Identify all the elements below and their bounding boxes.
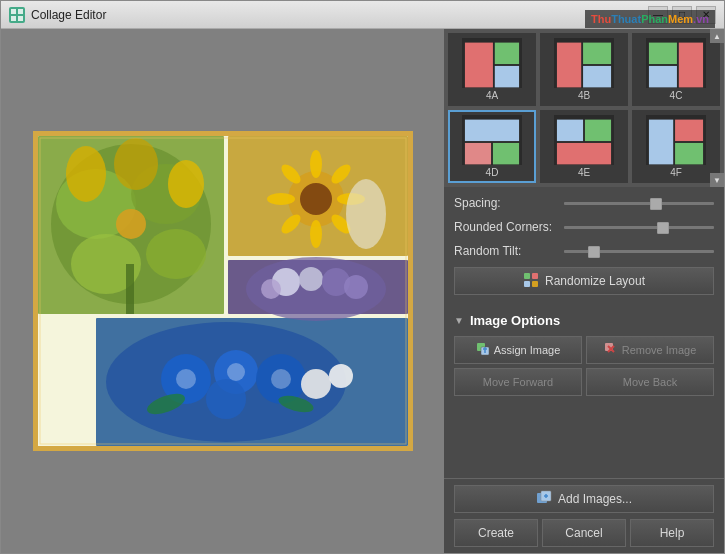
svg-point-16 xyxy=(66,146,106,202)
gallery-scroll-up[interactable]: ▲ xyxy=(710,29,724,43)
svg-rect-1 xyxy=(18,9,23,14)
rounded-corners-track xyxy=(564,226,714,229)
spacing-slider[interactable] xyxy=(564,195,714,211)
rounded-corners-slider[interactable] xyxy=(564,219,714,235)
random-tilt-row: Random Tilt: xyxy=(454,243,714,259)
svg-rect-19 xyxy=(126,264,134,314)
svg-point-41 xyxy=(206,379,246,419)
close-button[interactable]: ✕ xyxy=(696,6,716,24)
svg-rect-0 xyxy=(11,9,16,14)
svg-point-43 xyxy=(227,363,245,381)
window-controls: — □ ✕ xyxy=(648,6,716,24)
rounded-corners-thumb[interactable] xyxy=(657,222,669,234)
layout-thumb-4a[interactable]: 4A xyxy=(448,33,536,106)
layout-thumb-4b[interactable]: 4B xyxy=(540,33,628,106)
move-forward-button[interactable]: Move Forward xyxy=(454,368,582,396)
randomize-icon xyxy=(523,272,539,291)
rounded-corners-label: Rounded Corners: xyxy=(454,220,564,234)
help-button[interactable]: Help xyxy=(630,519,714,547)
svg-rect-57 xyxy=(649,43,677,64)
image-option-buttons: Assign Image Remove Image xyxy=(454,336,714,396)
section-toggle-icon[interactable]: ▼ xyxy=(454,315,464,326)
svg-point-18 xyxy=(168,160,204,208)
svg-point-44 xyxy=(271,369,291,389)
svg-point-21 xyxy=(300,183,332,215)
sliders-section: Spacing: Rounded Corners: xyxy=(444,187,724,307)
spacing-thumb[interactable] xyxy=(650,198,662,210)
move-forward-label: Move Forward xyxy=(483,376,553,388)
layout-thumb-4f[interactable]: 4F xyxy=(632,110,720,183)
bottom-section: Add Images... Create Cancel Help xyxy=(444,478,724,553)
image-options-section: ▼ Image Options xyxy=(444,307,724,478)
svg-point-24 xyxy=(267,193,295,205)
svg-point-36 xyxy=(261,279,281,299)
right-panel: ThuThuatPhanMem.vn 4A xyxy=(444,29,724,553)
svg-point-22 xyxy=(310,150,322,178)
layout-label-4f: 4F xyxy=(670,167,682,178)
svg-rect-61 xyxy=(465,143,491,164)
move-back-button[interactable]: Move Back xyxy=(586,368,714,396)
remove-image-button[interactable]: Remove Image xyxy=(586,336,714,364)
gallery-scroll-down[interactable]: ▼ xyxy=(710,173,724,187)
svg-rect-52 xyxy=(495,43,519,64)
random-tilt-label: Random Tilt: xyxy=(454,244,564,258)
svg-rect-69 xyxy=(524,273,530,279)
svg-rect-62 xyxy=(493,143,519,164)
svg-rect-58 xyxy=(649,66,677,87)
window-title: Collage Editor xyxy=(31,8,648,22)
layout-label-4b: 4B xyxy=(578,90,590,101)
layout-thumb-4d[interactable]: 4D xyxy=(448,110,536,183)
assign-image-button[interactable]: Assign Image xyxy=(454,336,582,364)
svg-point-17 xyxy=(114,138,158,190)
svg-rect-53 xyxy=(495,66,519,87)
spacing-row: Spacing: xyxy=(454,195,714,211)
svg-rect-72 xyxy=(532,281,538,287)
move-back-label: Move Back xyxy=(623,376,677,388)
image-options-header: ▼ Image Options xyxy=(454,313,714,328)
svg-point-23 xyxy=(310,220,322,248)
svg-rect-67 xyxy=(675,120,703,141)
create-button[interactable]: Create xyxy=(454,519,538,547)
random-tilt-slider[interactable] xyxy=(564,243,714,259)
canvas-area xyxy=(1,29,444,553)
random-tilt-thumb[interactable] xyxy=(588,246,600,258)
svg-point-45 xyxy=(301,369,331,399)
svg-rect-55 xyxy=(583,43,611,64)
svg-point-30 xyxy=(346,179,386,249)
add-images-icon xyxy=(536,490,552,509)
rounded-corners-row: Rounded Corners: xyxy=(454,219,714,235)
layout-thumb-4c[interactable]: 4C xyxy=(632,33,720,106)
layout-thumb-4e[interactable]: 4E xyxy=(540,110,628,183)
svg-rect-68 xyxy=(675,143,703,164)
remove-image-label: Remove Image xyxy=(622,344,697,356)
remove-image-icon xyxy=(604,342,618,358)
svg-rect-56 xyxy=(583,66,611,87)
randomize-label: Randomize Layout xyxy=(545,274,645,288)
svg-rect-65 xyxy=(557,143,611,164)
cancel-button[interactable]: Cancel xyxy=(542,519,626,547)
svg-rect-64 xyxy=(585,120,611,141)
layout-label-4a: 4A xyxy=(486,90,498,101)
titlebar: Collage Editor — □ ✕ xyxy=(1,1,724,29)
svg-rect-54 xyxy=(557,43,581,88)
svg-point-42 xyxy=(176,369,196,389)
svg-rect-51 xyxy=(465,43,493,88)
app-icon xyxy=(9,7,25,23)
main-area: ThuThuatPhanMem.vn 4A xyxy=(1,29,724,553)
svg-point-33 xyxy=(299,267,323,291)
layout-label-4d: 4D xyxy=(486,167,499,178)
add-images-label: Add Images... xyxy=(558,492,632,506)
assign-image-label: Assign Image xyxy=(494,344,561,356)
maximize-button[interactable]: □ xyxy=(672,6,692,24)
svg-point-35 xyxy=(344,275,368,299)
minimize-button[interactable]: — xyxy=(648,6,668,24)
randomize-layout-button[interactable]: Randomize Layout xyxy=(454,267,714,295)
spacing-track xyxy=(564,202,714,205)
svg-rect-59 xyxy=(679,43,703,88)
svg-rect-71 xyxy=(524,281,530,287)
add-images-button[interactable]: Add Images... xyxy=(454,485,714,513)
collage-canvas[interactable] xyxy=(33,131,413,451)
action-buttons: Create Cancel Help xyxy=(454,519,714,547)
svg-rect-2 xyxy=(11,16,16,21)
svg-rect-60 xyxy=(465,120,519,141)
